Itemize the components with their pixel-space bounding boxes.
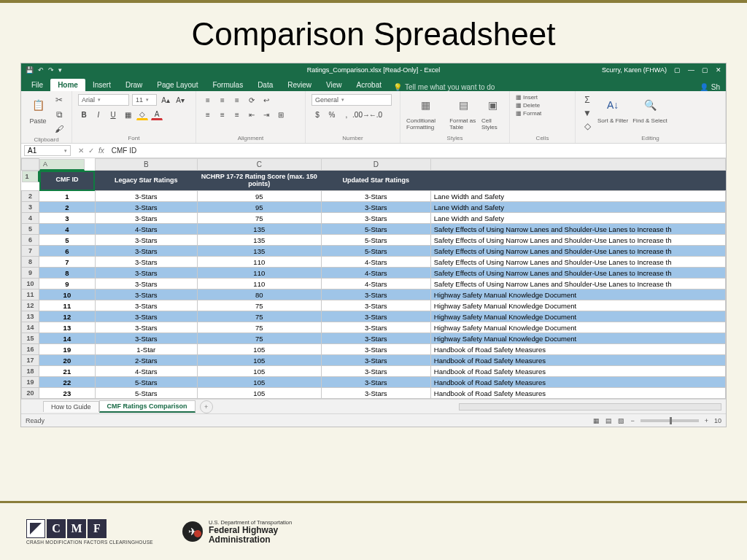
cell[interactable]: 10 [39,289,96,300]
align-left-icon[interactable]: ≡ [202,109,214,120]
col-header-e[interactable] [430,159,725,171]
cell[interactable]: 110 [197,279,321,289]
cell[interactable]: 110 [197,257,321,268]
tab-file[interactable]: File [24,79,50,91]
percent-icon[interactable]: % [326,109,338,120]
cell[interactable]: 5-Stars [95,377,197,388]
cell[interactable]: 3-Stars [95,289,197,300]
align-top-icon[interactable]: ≡ [202,94,214,106]
tab-data[interactable]: Data [250,79,280,91]
cell[interactable]: 3-Stars [321,191,430,202]
sort-filter-button[interactable]: A↓Sort & Filter [597,94,628,124]
horizontal-scrollbar[interactable] [459,403,721,411]
cell[interactable]: 75 [197,311,321,322]
cells-format-button[interactable]: ▦Format [516,110,541,117]
cell[interactable]: 3-Stars [321,202,430,213]
border-icon[interactable]: ▦ [122,109,133,120]
cell-styles-button[interactable]: ▣Cell Styles [481,94,503,131]
autosum-icon[interactable]: Σ [581,94,593,106]
cell[interactable]: 3-Stars [321,333,430,344]
cell[interactable]: Handbook of Road Safety Measures [430,377,725,388]
italic-button[interactable]: I [93,109,104,120]
table-row[interactable]: 873-Stars1104-StarsSafety Effects of Usi… [22,257,726,268]
cell[interactable]: 4-Stars [321,268,430,279]
cell[interactable]: 3-Stars [95,246,197,257]
row-header[interactable]: 4 [22,213,39,224]
cell[interactable]: 1 [39,191,96,202]
cell[interactable]: 3-Stars [95,311,197,322]
cell[interactable]: 3-Stars [321,213,430,224]
col-header-a[interactable]: A [39,159,85,171]
cell[interactable]: 21 [39,366,96,377]
row-header[interactable]: 12 [22,300,39,311]
align-center-icon[interactable]: ≡ [217,109,228,120]
cell[interactable]: 5-Stars [321,246,430,257]
new-sheet-button[interactable]: + [200,400,213,413]
cell[interactable]: 95 [197,191,321,202]
tab-view[interactable]: View [319,79,349,91]
header-legacy[interactable]: Legacy Star Ratings [95,171,197,191]
cell[interactable]: Highway Safety Manual Knowledge Document [430,300,725,311]
font-color-icon[interactable]: A [151,109,163,120]
row-header[interactable]: 18 [22,366,39,377]
font-size-select[interactable]: 11▾ [132,94,157,106]
header-updated[interactable]: Updated Star Ratings [321,171,430,191]
cell[interactable]: 5 [39,235,96,246]
cell[interactable]: 3-Stars [95,191,197,202]
cell[interactable]: Highway Safety Manual Knowledge Document [430,333,725,344]
cell[interactable]: Lane Width and Safety [430,202,725,213]
cell[interactable]: Lane Width and Safety [430,213,725,224]
cell[interactable]: 3-Stars [95,279,197,289]
cell[interactable]: 6 [39,246,96,257]
cell[interactable]: Handbook of Road Safety Measures [430,344,725,355]
underline-button[interactable]: U [107,109,119,120]
row-header[interactable]: 5 [22,224,39,235]
tab-acrobat[interactable]: Acrobat [349,79,389,91]
cell[interactable]: 3-Stars [95,300,197,311]
table-row[interactable]: 11103-Stars803-StarsHighway Safety Manua… [22,289,726,300]
cell[interactable]: 3-Stars [95,257,197,268]
cell[interactable]: 105 [197,344,321,355]
cell[interactable]: 75 [197,213,321,224]
row-header[interactable]: 11 [22,289,39,300]
cell[interactable]: 3-Stars [321,388,430,399]
account-name[interactable]: Scurry, Karen (FHWA) [602,66,667,74]
align-middle-icon[interactable]: ≡ [217,94,228,106]
sheet-tab-guide[interactable]: How to Guide [43,401,99,412]
increase-indent-icon[interactable]: ⇥ [260,109,272,120]
cell[interactable]: 5-Stars [95,388,197,399]
cell[interactable]: 5-Stars [321,224,430,235]
share-button[interactable]: Sh [711,83,720,91]
formula-input[interactable]: CMF ID [109,146,726,155]
conditional-formatting-button[interactable]: ▦Conditional Formatting [406,94,445,131]
cell[interactable]: 3-Stars [95,322,197,333]
clear-icon[interactable]: ◇ [581,120,593,132]
copy-icon[interactable]: ⧉ [53,109,65,120]
cell[interactable]: 105 [197,355,321,366]
table-row[interactable]: 653-Stars1355-StarsSafety Effects of Usi… [22,235,726,246]
row-header[interactable]: 15 [22,333,39,344]
row-header[interactable]: 2 [22,191,39,202]
increase-font-icon[interactable]: A▴ [160,94,171,106]
undo-icon[interactable]: ↶ [38,66,44,74]
fx-icon[interactable]: fx [98,147,104,155]
tell-me[interactable]: 💡 Tell me what you want to do [393,83,495,91]
cell[interactable]: Handbook of Road Safety Measures [430,388,725,399]
tab-formulas[interactable]: Formulas [205,79,250,91]
table-row[interactable]: 323-Stars953-StarsLane Width and Safety [22,202,726,213]
cell[interactable]: 1-Star [95,344,197,355]
row-header[interactable]: 14 [22,322,39,333]
row-header[interactable]: 19 [22,377,39,388]
minimize-icon[interactable]: — [688,66,694,74]
merge-icon[interactable]: ⊞ [275,109,287,120]
zoom-value[interactable]: 10 [714,417,721,424]
wrap-text-icon[interactable]: ↩ [260,94,272,106]
cell[interactable]: Highway Safety Manual Knowledge Document [430,311,725,322]
align-right-icon[interactable]: ≡ [231,109,243,120]
name-box[interactable]: A1▾ [24,145,71,156]
col-header-b[interactable]: B [95,159,197,171]
increase-decimal-icon[interactable]: .00→ [355,109,367,120]
row-header[interactable]: 8 [22,257,39,268]
fx-enter-icon[interactable]: ✓ [88,147,94,155]
ribbon-options-icon[interactable]: ▢ [674,66,681,74]
